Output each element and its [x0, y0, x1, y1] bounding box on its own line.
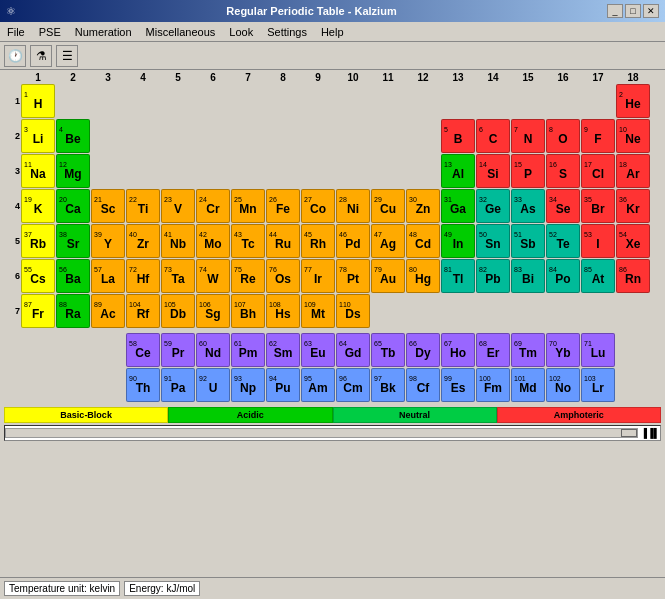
element-Se[interactable]: 34Se [546, 189, 580, 223]
element-Xe[interactable]: 54Xe [616, 224, 650, 258]
element-Np[interactable]: 93Np [231, 368, 265, 402]
element-Zr[interactable]: 40Zr [126, 224, 160, 258]
element-B[interactable]: 5B [441, 119, 475, 153]
element-No[interactable]: 102No [546, 368, 580, 402]
element-Am[interactable]: 95Am [301, 368, 335, 402]
element-Cm[interactable]: 96Cm [336, 368, 370, 402]
element-Os[interactable]: 76Os [266, 259, 300, 293]
element-S[interactable]: 16S [546, 154, 580, 188]
title-buttons[interactable]: _ □ ✕ [607, 4, 659, 18]
element-Eu[interactable]: 63Eu [301, 333, 335, 367]
menu-settings[interactable]: Settings [264, 25, 310, 39]
element-Ti[interactable]: 22Ti [126, 189, 160, 223]
element-Br[interactable]: 35Br [581, 189, 615, 223]
element-P[interactable]: 15P [511, 154, 545, 188]
element-At[interactable]: 85At [581, 259, 615, 293]
element-Sb[interactable]: 51Sb [511, 224, 545, 258]
element-Ru[interactable]: 44Ru [266, 224, 300, 258]
element-Cs[interactable]: 55Cs [21, 259, 55, 293]
element-Pd[interactable]: 46Pd [336, 224, 370, 258]
maximize-button[interactable]: □ [625, 4, 641, 18]
element-Mo[interactable]: 42Mo [196, 224, 230, 258]
element-Db[interactable]: 105Db [161, 294, 195, 328]
element-C[interactable]: 6C [476, 119, 510, 153]
menu-file[interactable]: File [4, 25, 28, 39]
element-Ni[interactable]: 28Ni [336, 189, 370, 223]
element-Er[interactable]: 68Er [476, 333, 510, 367]
element-In[interactable]: 49In [441, 224, 475, 258]
element-Co[interactable]: 27Co [301, 189, 335, 223]
close-button[interactable]: ✕ [643, 4, 659, 18]
element-Fe[interactable]: 26Fe [266, 189, 300, 223]
element-Ta[interactable]: 73Ta [161, 259, 195, 293]
element-Ca[interactable]: 20Ca [56, 189, 90, 223]
element-Ag[interactable]: 47Ag [371, 224, 405, 258]
element-Y[interactable]: 39Y [91, 224, 125, 258]
scrollbar-area[interactable]: ▐▐▌ [4, 425, 661, 441]
element-O[interactable]: 8O [546, 119, 580, 153]
element-Po[interactable]: 84Po [546, 259, 580, 293]
element-Ra[interactable]: 88Ra [56, 294, 90, 328]
element-Pt[interactable]: 78Pt [336, 259, 370, 293]
element-Ho[interactable]: 67Ho [441, 333, 475, 367]
element-Li[interactable]: 3Li [21, 119, 55, 153]
element-Sc[interactable]: 21Sc [91, 189, 125, 223]
element-Ce[interactable]: 58Ce [126, 333, 160, 367]
element-Pb[interactable]: 82Pb [476, 259, 510, 293]
menu-pse[interactable]: PSE [36, 25, 64, 39]
element-Ds[interactable]: 110Ds [336, 294, 370, 328]
element-Tb[interactable]: 65Tb [371, 333, 405, 367]
element-Cu[interactable]: 29Cu [371, 189, 405, 223]
element-Kr[interactable]: 36Kr [616, 189, 650, 223]
element-He[interactable]: 2He [616, 84, 650, 118]
element-Nd[interactable]: 60Nd [196, 333, 230, 367]
menu-look[interactable]: Look [226, 25, 256, 39]
scrollbar-track[interactable] [5, 428, 638, 438]
element-Fm[interactable]: 100Fm [476, 368, 510, 402]
element-Th[interactable]: 90Th [126, 368, 160, 402]
element-V[interactable]: 23V [161, 189, 195, 223]
element-As[interactable]: 33As [511, 189, 545, 223]
element-Sr[interactable]: 38Sr [56, 224, 90, 258]
element-Na[interactable]: 11Na [21, 154, 55, 188]
element-Cr[interactable]: 24Cr [196, 189, 230, 223]
element-Te[interactable]: 52Te [546, 224, 580, 258]
element-Hf[interactable]: 72Hf [126, 259, 160, 293]
element-Ga[interactable]: 31Ga [441, 189, 475, 223]
element-Rf[interactable]: 104Rf [126, 294, 160, 328]
list-button[interactable]: ☰ [56, 45, 78, 67]
menu-help[interactable]: Help [318, 25, 347, 39]
element-Nb[interactable]: 41Nb [161, 224, 195, 258]
menu-numeration[interactable]: Numeration [72, 25, 135, 39]
element-Dy[interactable]: 66Dy [406, 333, 440, 367]
element-Ne[interactable]: 10Ne [616, 119, 650, 153]
element-Es[interactable]: 99Es [441, 368, 475, 402]
element-Al[interactable]: 13Al [441, 154, 475, 188]
element-Pa[interactable]: 91Pa [161, 368, 195, 402]
element-Si[interactable]: 14Si [476, 154, 510, 188]
element-Lr[interactable]: 103Lr [581, 368, 615, 402]
element-Ac[interactable]: 89Ac [91, 294, 125, 328]
element-Bi[interactable]: 83Bi [511, 259, 545, 293]
element-Zn[interactable]: 30Zn [406, 189, 440, 223]
element-Sn[interactable]: 50Sn [476, 224, 510, 258]
element-Ba[interactable]: 56Ba [56, 259, 90, 293]
minimize-button[interactable]: _ [607, 4, 623, 18]
element-Md[interactable]: 101Md [511, 368, 545, 402]
element-Fr[interactable]: 87Fr [21, 294, 55, 328]
element-Mg[interactable]: 12Mg [56, 154, 90, 188]
element-I[interactable]: 53I [581, 224, 615, 258]
scrollbar-thumb[interactable] [621, 429, 637, 437]
element-Cf[interactable]: 98Cf [406, 368, 440, 402]
element-Be[interactable]: 4Be [56, 119, 90, 153]
element-Tc[interactable]: 43Tc [231, 224, 265, 258]
element-Sm[interactable]: 62Sm [266, 333, 300, 367]
element-Rb[interactable]: 37Rb [21, 224, 55, 258]
menu-miscellaneous[interactable]: Miscellaneous [143, 25, 219, 39]
element-Tl[interactable]: 81Tl [441, 259, 475, 293]
element-La[interactable]: 57La [91, 259, 125, 293]
flask-button[interactable]: ⚗ [30, 45, 52, 67]
element-N[interactable]: 7N [511, 119, 545, 153]
element-H[interactable]: 1H [21, 84, 55, 118]
element-F[interactable]: 9F [581, 119, 615, 153]
